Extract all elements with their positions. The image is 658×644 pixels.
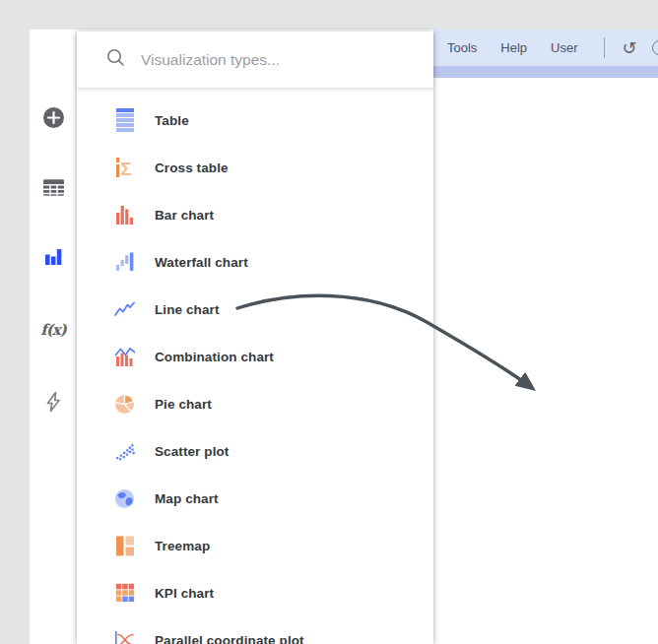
- search-icon: [106, 48, 125, 71]
- parallel-coordinate-plot-icon: [114, 628, 135, 644]
- actions-button[interactable]: [30, 385, 77, 419]
- viz-type-line-chart[interactable]: Line chart: [77, 286, 433, 333]
- undo-icon[interactable]: ↺: [623, 39, 637, 57]
- fx-icon: f(x): [40, 321, 66, 339]
- search-input[interactable]: [141, 51, 417, 69]
- viz-type-kpi-chart[interactable]: KPI chart: [77, 569, 433, 616]
- cross-table-icon: Σ: [114, 156, 135, 179]
- treemap-icon: [114, 534, 135, 557]
- viz-type-label: Treemap: [155, 539, 210, 553]
- viz-type-label: Scatter plot: [155, 444, 229, 459]
- viz-type-pie-chart[interactable]: Pie chart: [77, 380, 433, 427]
- left-edge-strip: [0, 30, 30, 644]
- visualization-types-panel: Table Σ Cross table Bar chart Waterfall …: [77, 32, 433, 644]
- top-menu-bar: Tools Help User ↺: [433, 30, 658, 66]
- viz-type-waterfall-chart[interactable]: Waterfall chart: [77, 238, 433, 286]
- viz-type-label: Combination chart: [155, 350, 274, 364]
- lightning-bolt-icon: [43, 391, 63, 413]
- viz-type-parallel-coordinate-plot[interactable]: Parallel coordinate plot: [77, 616, 433, 644]
- add-visualization-button[interactable]: [30, 100, 77, 134]
- menu-help[interactable]: Help: [489, 40, 539, 55]
- authoring-sidebar: f(x): [30, 30, 77, 644]
- analysis-canvas[interactable]: [433, 78, 658, 644]
- viz-type-label: Table: [155, 113, 189, 128]
- table-icon: [114, 108, 135, 132]
- toolbar-accent-strip: [433, 66, 658, 78]
- viz-type-combination-chart[interactable]: Combination chart: [77, 333, 433, 380]
- viz-type-label: Parallel coordinate plot: [155, 633, 304, 644]
- combination-chart-icon: [114, 345, 135, 368]
- viz-type-scatter-plot[interactable]: Scatter plot: [77, 427, 433, 475]
- visualization-type-list: Table Σ Cross table Bar chart Waterfall …: [77, 88, 433, 644]
- bar-chart-icon: [114, 203, 135, 226]
- viz-type-label: Line chart: [155, 302, 220, 317]
- menu-tools[interactable]: Tools: [433, 40, 489, 55]
- menu-separator: [604, 37, 605, 58]
- viz-type-label: Pie chart: [155, 397, 212, 412]
- data-table-icon: [42, 176, 65, 199]
- kpi-chart-icon: [114, 581, 135, 605]
- app-window: f(x) Tools Help User ↺: [0, 0, 658, 644]
- viz-type-label: Waterfall chart: [155, 255, 248, 270]
- viz-type-map-chart[interactable]: Map chart: [77, 475, 433, 522]
- pie-chart-icon: [114, 392, 135, 416]
- waterfall-chart-icon: [114, 250, 135, 274]
- redo-icon[interactable]: [652, 40, 658, 55]
- viz-type-label: Cross table: [155, 161, 229, 175]
- map-chart-icon: [114, 486, 135, 510]
- scatter-plot-icon: [114, 439, 135, 463]
- visualization-types-button[interactable]: [30, 240, 77, 274]
- data-table-button[interactable]: [30, 170, 77, 204]
- viz-type-bar-chart[interactable]: Bar chart: [77, 191, 433, 238]
- menu-user[interactable]: User: [539, 40, 589, 55]
- plus-circle-icon: [42, 106, 65, 129]
- viz-type-treemap[interactable]: Treemap: [77, 522, 433, 569]
- window-top-strip: [0, 0, 658, 30]
- viz-type-cross-table[interactable]: Σ Cross table: [77, 144, 433, 191]
- svg-text:Σ: Σ: [120, 159, 131, 179]
- functions-button[interactable]: f(x): [30, 313, 77, 347]
- bar-chart-blue-icon: [42, 246, 64, 268]
- viz-type-table[interactable]: Table: [77, 97, 433, 144]
- search-bar: [77, 32, 433, 88]
- viz-type-label: KPI chart: [155, 586, 214, 601]
- viz-type-label: Bar chart: [155, 208, 214, 223]
- line-chart-icon: [114, 297, 135, 321]
- viz-type-label: Map chart: [155, 491, 219, 506]
